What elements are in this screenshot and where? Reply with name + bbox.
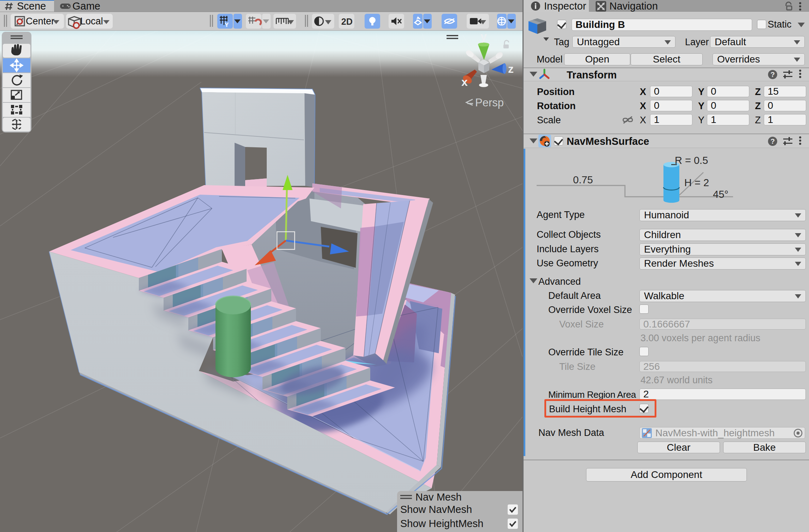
svg-text:Show HeightMesh: Show HeightMesh — [400, 518, 483, 529]
svg-text:Show NavMesh: Show NavMesh — [400, 504, 472, 515]
svg-text:H = 2: H = 2 — [684, 177, 709, 188]
svg-text:0.75: 0.75 — [573, 174, 593, 185]
svg-text:Local: Local — [80, 16, 103, 26]
svg-text:y: y — [480, 30, 487, 43]
svg-text:Center: Center — [26, 16, 54, 26]
svg-text:Persp: Persp — [475, 96, 504, 109]
svg-text:R = 0.5: R = 0.5 — [675, 155, 708, 166]
svg-text:Y: Y — [225, 22, 229, 28]
svg-text:2D: 2D — [341, 17, 353, 26]
svg-text:z: z — [508, 63, 514, 75]
svg-text:Nav Mesh: Nav Mesh — [415, 491, 462, 503]
svg-text:45°: 45° — [713, 189, 728, 200]
svg-text:x: x — [461, 76, 468, 88]
